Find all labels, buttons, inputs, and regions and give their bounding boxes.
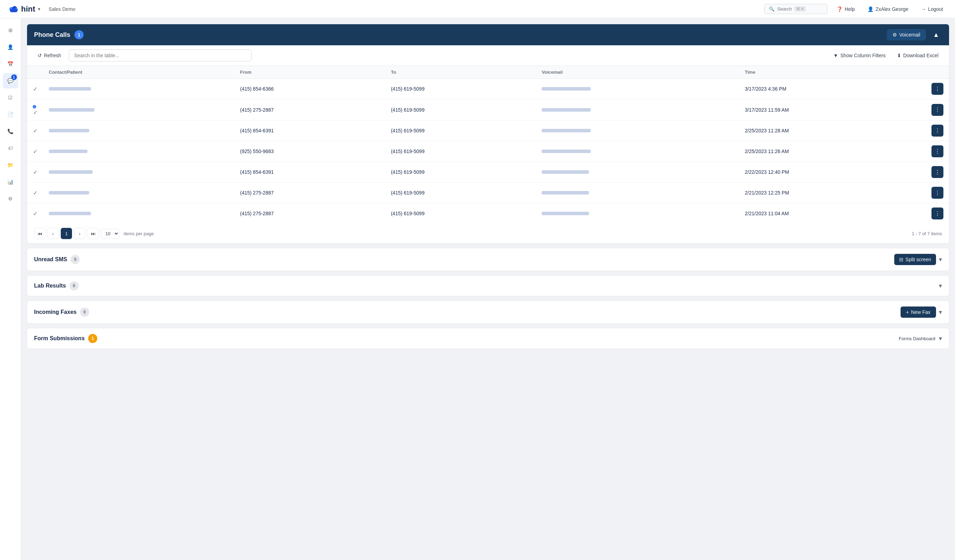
row-action-button[interactable]: ⋮: [932, 187, 943, 199]
row-actions: ⋮: [926, 203, 949, 224]
contact-name-placeholder: [49, 150, 88, 153]
form-submissions-expand-button[interactable]: ▾: [939, 335, 942, 342]
row-action-button[interactable]: ⋮: [932, 208, 943, 219]
split-screen-button[interactable]: ⊟ Split screen: [894, 254, 936, 265]
phone-calls-badge: 1: [74, 30, 84, 39]
unread-sms-row[interactable]: Unread SMS 0 ⊟ Split screen ▾: [27, 248, 949, 271]
row-contact: [43, 79, 235, 99]
voicemail-button[interactable]: ⚙ Voicemail: [887, 29, 926, 41]
row-action-button[interactable]: ⋮: [932, 125, 943, 136]
sidebar-item-dashboard[interactable]: ⊞: [3, 22, 18, 38]
help-button[interactable]: ❓ Help: [833, 4, 858, 14]
voicemail-bar: [542, 129, 591, 132]
app-name: hint: [21, 5, 35, 14]
logo-chevron[interactable]: ▾: [38, 7, 40, 12]
row-status: ✓: [27, 183, 43, 203]
phone-calls-header: Phone Calls 1 ⚙ Voicemail ▲: [27, 24, 949, 45]
app-logo[interactable]: hint ▾: [8, 4, 40, 14]
row-action-button[interactable]: ⋮: [932, 83, 943, 95]
unread-dot: [33, 105, 36, 108]
sidebar-item-messages[interactable]: 💬 1: [3, 73, 18, 89]
row-time: 2/22/2023 12:40 PM: [739, 162, 926, 183]
row-time: 2/21/2023 11:04 AM: [739, 203, 926, 224]
phone-calls-expand-button[interactable]: ▲: [930, 30, 942, 40]
lab-results-badge: 0: [70, 281, 79, 290]
logo-icon: [8, 4, 18, 14]
row-from: (415) 854-6366: [235, 79, 385, 99]
contact-name-placeholder: [49, 212, 91, 215]
search-kbd: ⌘ K: [794, 6, 805, 12]
logout-label: Logout: [928, 6, 943, 12]
incoming-faxes-expand-button[interactable]: ▾: [939, 308, 942, 316]
sidebar-item-tags[interactable]: 🏷: [3, 141, 18, 156]
col-from: From: [235, 66, 385, 79]
lab-results-title: Lab Results: [34, 283, 66, 289]
split-screen-label: Split screen: [905, 257, 931, 262]
form-submissions-card: Form Submissions 1 Forms Dashboard ▾: [27, 328, 949, 349]
plus-icon: +: [906, 309, 909, 315]
download-label: Download Excel: [903, 53, 938, 58]
unread-sms-expand-button[interactable]: ▾: [939, 256, 942, 263]
phone-calls-table-wrap: Contact/Patient From To Voicemail Time ✓: [27, 66, 949, 224]
row-status: ✓: [27, 99, 43, 120]
row-voicemail: [536, 162, 739, 183]
row-action-button[interactable]: ⋮: [932, 145, 943, 157]
page-1-button[interactable]: 1: [61, 228, 72, 239]
sidebar: ⊞ 👤 📅 💬 1 ☑ 📄 📞 🏷 📁 📊 ⚙: [0, 18, 21, 560]
row-contact: [43, 183, 235, 203]
sidebar-item-folders[interactable]: 📁: [3, 157, 18, 173]
sidebar-item-settings[interactable]: ⚙: [3, 191, 18, 206]
sidebar-item-calendar[interactable]: 📅: [3, 56, 18, 72]
user-menu[interactable]: 👤 ZxAlex George: [864, 4, 912, 14]
row-contact: [43, 203, 235, 224]
contact-name-placeholder: [49, 87, 91, 91]
contact-name-placeholder: [49, 129, 89, 132]
download-excel-button[interactable]: ⬇ Download Excel: [894, 50, 942, 60]
messages-badge: 1: [11, 74, 17, 80]
logout-icon: →: [921, 6, 926, 12]
per-page-select[interactable]: 10 25 50: [101, 229, 119, 238]
sidebar-item-calls[interactable]: 📞: [3, 124, 18, 139]
incoming-faxes-card: Incoming Faxes 0 + New Fax ▾: [27, 300, 949, 324]
voicemail-bar: [542, 170, 589, 174]
lab-results-row[interactable]: Lab Results 0 ▾: [27, 275, 949, 296]
row-to: (415) 619-5099: [385, 162, 536, 183]
sidebar-item-tasks[interactable]: ☑: [3, 90, 18, 105]
check-icon: ✓: [33, 149, 38, 155]
row-contact: [43, 162, 235, 183]
sidebar-item-documents[interactable]: 📄: [3, 107, 18, 122]
table-row: ✓ (415) 275-2887 (415) 619-5099 3/17/202…: [27, 99, 949, 120]
incoming-faxes-row[interactable]: Incoming Faxes 0 + New Fax ▾: [27, 301, 949, 323]
help-icon: ❓: [837, 6, 842, 12]
voicemail-bar: [542, 150, 591, 153]
voicemail-bar: [542, 191, 589, 194]
user-label: ZxAlex George: [876, 6, 908, 12]
row-status: ✓: [27, 141, 43, 162]
first-page-button[interactable]: ⏮: [34, 228, 45, 239]
form-submissions-row[interactable]: Form Submissions 1 Forms Dashboard ▾: [27, 328, 949, 349]
logout-button[interactable]: → Logout: [917, 4, 947, 14]
lab-results-expand-button[interactable]: ▾: [939, 282, 942, 289]
new-fax-button[interactable]: + New Fax: [900, 307, 936, 318]
sidebar-item-analytics[interactable]: 📊: [3, 174, 18, 189]
row-to: (415) 619-5099: [385, 79, 536, 99]
filter-label: Show Column Filters: [840, 53, 885, 58]
row-to: (415) 619-5099: [385, 203, 536, 224]
prev-page-button[interactable]: ‹: [47, 228, 59, 239]
row-action-button[interactable]: ⋮: [932, 104, 943, 116]
last-page-button[interactable]: ⏭: [88, 228, 99, 239]
col-select: [27, 66, 43, 79]
filter-button[interactable]: ▼ Show Column Filters: [830, 50, 889, 60]
row-actions: ⋮: [926, 120, 949, 141]
sidebar-item-contacts[interactable]: 👤: [3, 39, 18, 55]
voicemail-icon: ⚙: [892, 32, 897, 38]
row-to: (415) 619-5099: [385, 99, 536, 120]
global-search[interactable]: 🔍 Search ⌘ K: [764, 4, 828, 14]
next-page-button[interactable]: ›: [74, 228, 85, 239]
table-search-input[interactable]: [69, 50, 252, 61]
row-action-button[interactable]: ⋮: [932, 166, 943, 178]
row-time: 3/17/2023 4:36 PM: [739, 79, 926, 99]
col-voicemail: Voicemail: [536, 66, 739, 79]
check-icon: ✓: [33, 190, 38, 196]
refresh-button[interactable]: ↺ Refresh: [34, 50, 65, 60]
